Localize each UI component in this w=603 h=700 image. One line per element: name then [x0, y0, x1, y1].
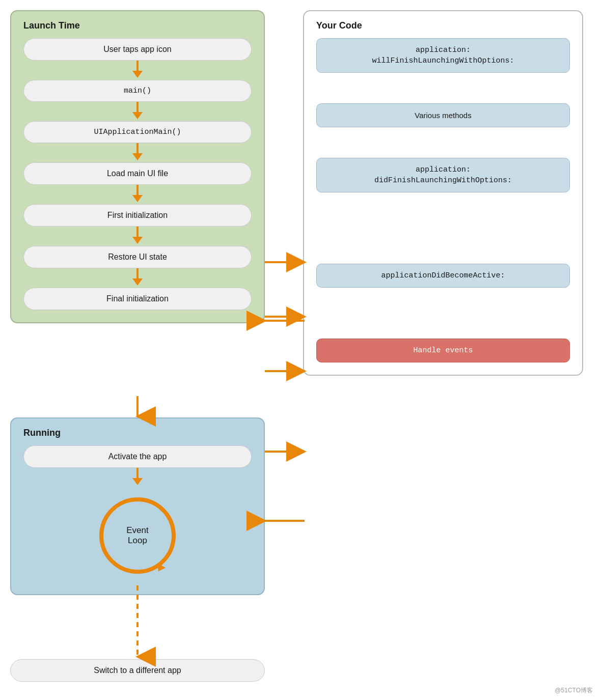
arrow-3 [23, 143, 252, 162]
main-box: main() [23, 80, 252, 102]
launch-time-section: Launch Time User taps app icon main() UI… [10, 10, 265, 323]
final-init-box: Final initialization [23, 288, 252, 310]
arrow-2 [23, 102, 252, 121]
load-ui-box: Load main UI file [23, 162, 252, 185]
event-loop-container: Event Loop [23, 492, 252, 579]
event-loop-line2: Loop [128, 536, 147, 546]
diagram-container: Launch Time User taps app icon main() UI… [0, 0, 603, 700]
arrow-1 [23, 61, 252, 80]
switch-section: Switch to a different app [10, 659, 265, 682]
did-become-active-item: applicationDidBecomeActive: [316, 264, 570, 288]
first-init-box: First initialization [23, 204, 252, 227]
launch-time-title: Launch Time [23, 20, 252, 31]
uiappmain-box: UIApplicationMain() [23, 121, 252, 143]
arrow-4 [23, 185, 252, 204]
did-finish-item: application: didFinishLaunchingWithOptio… [316, 158, 570, 192]
will-finish-item: application: willFinishLaunchingWithOpti… [316, 38, 570, 73]
user-taps-box: User taps app icon [23, 38, 252, 61]
event-loop-circle: Event Loop [99, 497, 176, 574]
handle-events-item: Handle events [316, 339, 570, 362]
your-code-section: Your Code application: willFinishLaunchi… [303, 10, 583, 376]
arrow-running-1 [23, 468, 252, 487]
watermark: @51CTO博客 [555, 686, 593, 695]
restore-ui-box: Restore UI state [23, 246, 252, 268]
arrow-5 [23, 227, 252, 246]
activate-box: Activate the app [23, 445, 252, 468]
arrow-6 [23, 268, 252, 288]
your-code-title: Your Code [316, 20, 570, 31]
switch-box: Switch to a different app [10, 659, 265, 682]
running-title: Running [23, 428, 252, 438]
event-loop-line1: Event [126, 525, 148, 536]
running-section: Running Activate the app Event Loop [10, 417, 265, 595]
various-item: Various methods [316, 103, 570, 127]
